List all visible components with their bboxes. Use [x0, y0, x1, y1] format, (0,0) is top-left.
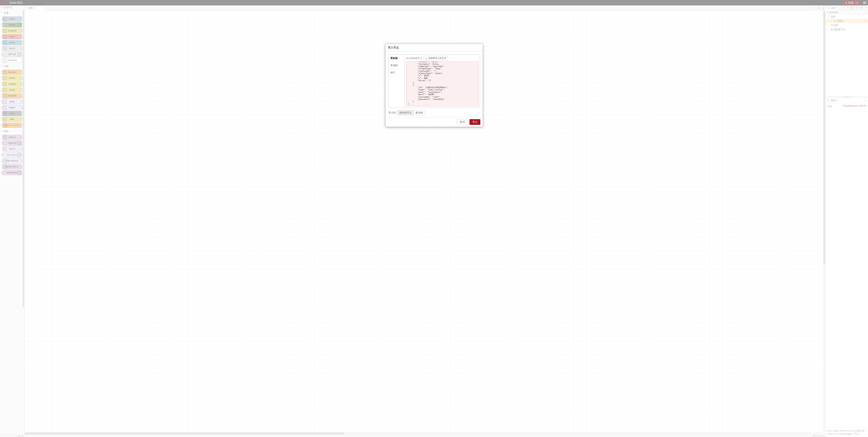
import-box: 剪贴板 本地的 例子 在这里粘贴节点 选择要导入的文件 [388, 54, 480, 108]
import-dialog: 导入节点 剪贴板 本地的 例子 在这里粘贴节点 选择要导入的文件 [385, 44, 483, 127]
import-source-tabs: 剪贴板 本地的 例子 [389, 55, 405, 108]
import-tab-examples[interactable]: 例子 [389, 69, 405, 76]
dialog-body: 剪贴板 本地的 例子 在这里粘贴节点 选择要导入的文件 导入到 [385, 52, 483, 117]
import-destination-segment: 现在的节点 新流程 [397, 110, 425, 115]
import-button[interactable]: 导入 [469, 119, 480, 125]
select-file-button[interactable]: 选择要导入的文件 [424, 56, 448, 61]
dest-new-button[interactable]: 新流程 [413, 110, 425, 115]
import-json-textarea[interactable] [406, 61, 478, 106]
paste-hint: 在这里粘贴节点 [406, 57, 422, 60]
import-tab-clipboard[interactable]: 剪贴板 [389, 55, 405, 62]
select-file-label: 选择要导入的文件 [428, 57, 446, 60]
modal-overlay[interactable]: 导入节点 剪贴板 本地的 例子 在这里粘贴节点 选择要导入的文件 [0, 0, 868, 437]
dest-current-button[interactable]: 现在的节点 [397, 110, 414, 115]
import-to-label: 导入到 [388, 111, 396, 114]
import-content: 在这里粘贴节点 选择要导入的文件 [405, 55, 480, 108]
import-tab-local[interactable]: 本地的 [389, 62, 405, 69]
upload-icon [425, 57, 427, 59]
cancel-button[interactable]: 取消 [457, 119, 468, 125]
import-destination-row: 导入到 现在的节点 新流程 [388, 110, 480, 115]
dialog-title: 导入节点 [385, 44, 483, 52]
dialog-footer: 取消 导入 [385, 117, 483, 127]
import-top-row: 在这里粘贴节点 选择要导入的文件 [406, 56, 478, 61]
